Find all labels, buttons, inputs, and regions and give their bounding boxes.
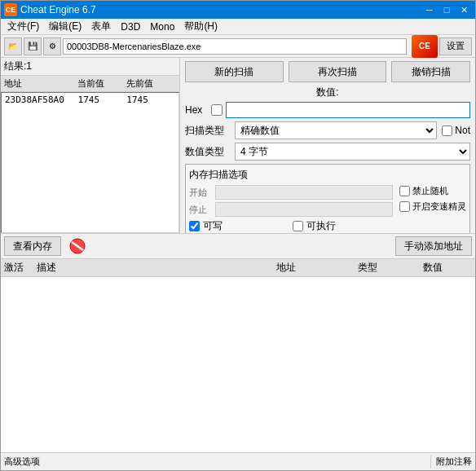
- speed-hack-checkbox[interactable]: [399, 201, 410, 212]
- toolbar-save-btn[interactable]: 💾: [24, 37, 42, 55]
- menu-mono[interactable]: Mono: [145, 20, 179, 34]
- no-random-row: 禁止随机: [399, 185, 466, 197]
- ct-col-val: 数值: [423, 261, 472, 275]
- readable-checkbox[interactable]: [189, 221, 200, 231]
- value-type-row: 数值类型 1 字节 2 字节 4 字节 8 字节: [185, 143, 470, 161]
- start-row: 开始 0000000000000000: [189, 185, 393, 200]
- not-checkbox[interactable]: [442, 125, 452, 136]
- executable-checkbox[interactable]: [293, 221, 303, 231]
- readable-row: 可写: [189, 219, 290, 233]
- title-bar-left: CE Cheat Engine 6.7: [4, 3, 96, 16]
- next-scan-button[interactable]: 再次扫描: [289, 61, 387, 82]
- process-name: 00003DB8-MercenariesBlaze.exe: [63, 38, 407, 55]
- memory-scan-section: 内存扫描选项 开始 0000000000000000 停止 00007fffff…: [185, 164, 470, 233]
- executable-label: 可执行: [306, 219, 336, 233]
- title-bar: CE Cheat Engine 6.7 ─ □ ✕: [1, 1, 475, 19]
- start-label: 开始: [189, 187, 212, 199]
- maximize-button[interactable]: □: [439, 3, 455, 16]
- stop-row: 停止 00007fffffffffff: [189, 202, 393, 217]
- hex-label: Hex: [185, 104, 208, 116]
- hex-row: Hex 1745: [185, 102, 470, 118]
- title-controls: ─ □ ✕: [421, 3, 472, 16]
- menu-edit[interactable]: 编辑(E): [44, 18, 86, 35]
- bottom-buttons: 查看内存 手动添加地址: [1, 233, 475, 258]
- memory-options-grid: 可写 可执行 写时拷贝: [189, 219, 393, 233]
- scan-options-left: 开始 0000000000000000 停止 00007fffffffffff …: [189, 185, 393, 233]
- scan-type-label: 扫描类型: [185, 124, 230, 138]
- row-addr: 23D38AF58A0: [5, 95, 78, 105]
- right-checkboxes: 禁止随机 开启变速精灵: [399, 185, 466, 233]
- value-type-select[interactable]: 1 字节 2 字节 4 字节 8 字节: [235, 143, 470, 161]
- status-separator: [430, 456, 431, 469]
- ct-col-desc: 描述: [37, 261, 276, 275]
- results-count: 结果:1: [1, 58, 179, 76]
- status-right: 附加注释: [436, 456, 472, 468]
- ct-col-type: 类型: [358, 261, 423, 275]
- no-random-label: 禁止随机: [412, 185, 448, 197]
- value-section: 数值: Hex 1745: [185, 86, 470, 118]
- col-header-cur: 当前值: [77, 77, 126, 90]
- app-icon: CE: [4, 3, 17, 16]
- minimize-button[interactable]: ─: [421, 3, 438, 16]
- speed-hack-row: 开启变速精灵: [399, 200, 466, 213]
- new-scan-button[interactable]: 新的扫描: [185, 61, 284, 82]
- menu-help[interactable]: 帮助(H): [179, 18, 223, 35]
- table-row[interactable]: 23D38AF58A0 1745 1745: [2, 93, 178, 107]
- view-memory-button[interactable]: 查看内存: [4, 236, 61, 256]
- toolbar-open-btn[interactable]: 📂: [4, 37, 22, 55]
- not-row: Not: [442, 125, 470, 136]
- main-window: CE Cheat Engine 6.7 ─ □ ✕ 文件(F) 编辑(E) 表单…: [0, 0, 476, 471]
- speed-hack-label: 开启变速精灵: [412, 200, 466, 213]
- scan-options-inner: 开始 0000000000000000 停止 00007fffffffffff …: [189, 185, 466, 233]
- start-input[interactable]: 0000000000000000: [215, 185, 393, 200]
- memory-section-title: 内存扫描选项: [189, 168, 466, 182]
- cancel-scan-button[interactable]: 撤销扫描: [391, 61, 470, 82]
- stop-icon[interactable]: [64, 236, 90, 256]
- scan-buttons: 新的扫描 再次扫描 撤销扫描: [185, 61, 470, 82]
- stop-input[interactable]: 00007fffffffffff: [215, 202, 393, 217]
- menu-file[interactable]: 文件(F): [2, 18, 44, 35]
- main-content: 结果:1 地址 当前值 先前值 23D38AF58A0 1745 1745 新的…: [1, 58, 475, 233]
- col-header-addr: 地址: [4, 77, 77, 90]
- readable-label: 可写: [203, 219, 223, 233]
- ct-col-addr: 地址: [276, 261, 358, 275]
- menu-bar: 文件(F) 编辑(E) 表单 D3D Mono 帮助(H): [1, 19, 475, 35]
- value-input[interactable]: 1745: [226, 102, 470, 118]
- left-panel: 结果:1 地址 当前值 先前值 23D38AF58A0 1745 1745: [1, 58, 180, 233]
- add-address-button[interactable]: 手动添加地址: [395, 236, 472, 256]
- not-label: Not: [455, 125, 470, 136]
- menu-d3d[interactable]: D3D: [116, 20, 145, 34]
- hex-checkbox[interactable]: [211, 104, 223, 116]
- right-panel: 新的扫描 再次扫描 撤销扫描 数值: Hex 1745 扫描类型 精确数值 比上…: [180, 58, 475, 233]
- cheat-table-header: 激活 描述 地址 类型 数值: [1, 258, 475, 277]
- value-label: 数值:: [185, 86, 470, 99]
- ce-logo: CE: [412, 35, 438, 58]
- window-title: Cheat Engine 6.7: [20, 4, 96, 15]
- value-type-label: 数值类型: [185, 145, 230, 159]
- status-left[interactable]: 高级选项: [4, 456, 425, 468]
- row-prev-val: 1745: [126, 95, 175, 105]
- close-button[interactable]: ✕: [456, 3, 472, 16]
- ct-col-active: 激活: [4, 261, 37, 275]
- scan-type-select[interactable]: 精确数值 比上次增加了 比上次减少了: [235, 121, 437, 139]
- results-list: 23D38AF58A0 1745 1745: [1, 92, 179, 233]
- status-bar: 高级选项 附加注释: [1, 452, 475, 470]
- scan-type-row: 扫描类型 精确数值 比上次增加了 比上次减少了 Not: [185, 121, 470, 139]
- toolbar-config-btn[interactable]: ⚙: [43, 37, 61, 55]
- toolbar: 📂 💾 ⚙ 00003DB8-MercenariesBlaze.exe CE 设…: [1, 35, 475, 58]
- settings-button[interactable]: 设置: [439, 37, 472, 55]
- no-random-checkbox[interactable]: [399, 186, 410, 196]
- menu-table[interactable]: 表单: [86, 18, 116, 35]
- stop-label: 停止: [189, 204, 212, 216]
- row-cur-val: 1745: [78, 95, 127, 105]
- results-table-header: 地址 当前值 先前值: [1, 76, 179, 92]
- col-header-prev: 先前值: [126, 77, 175, 90]
- cheat-table-body: [1, 277, 475, 452]
- executable-row: 可执行: [293, 219, 394, 233]
